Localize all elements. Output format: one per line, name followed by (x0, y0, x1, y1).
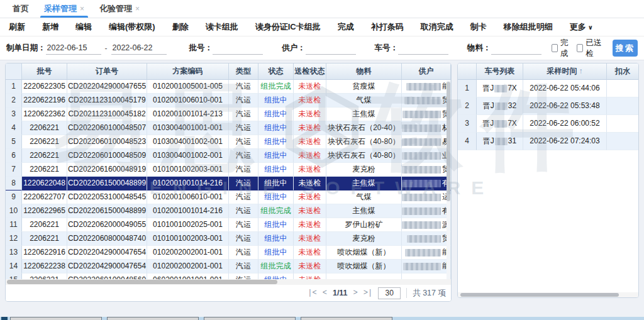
taskbar-window-button[interactable] (10, 317, 102, 320)
prev-page-button[interactable]: < (323, 289, 327, 297)
table-row[interactable]: 52206221CD20220601000485230103004001002-… (6, 135, 451, 149)
toolbar-button[interactable]: 读身份证IC卡组批 (255, 21, 321, 33)
inspected-checkbox[interactable]: 已送检 (577, 38, 603, 59)
toolbar-button[interactable]: 移除组批明细 (504, 21, 553, 33)
cell-material: 主焦煤 (326, 108, 402, 121)
cell-status: 组批中 (258, 163, 294, 177)
tab-active[interactable]: 采样管理× (36, 0, 92, 18)
toolbar-button[interactable]: 补打条码 (371, 21, 404, 33)
taskbar-window-button[interactable] (107, 317, 199, 320)
page-size-input[interactable] (378, 287, 401, 299)
toolbar-button[interactable]: 刷新 (9, 21, 25, 33)
filter-material: 物料： (467, 42, 541, 55)
toolbar-button-label: 更多 (570, 21, 586, 33)
column-header[interactable]: 类型 (229, 63, 258, 79)
cell-material: 主焦煤 (326, 177, 402, 190)
cell-material: 块状石灰石（40-80） (326, 135, 402, 149)
column-header[interactable]: 物料 (326, 63, 402, 79)
table-row[interactable]: 92220622707CD202205310004854501020010060… (6, 190, 451, 204)
column-header[interactable]: 送检状态 (294, 63, 326, 79)
horizontal-scrollbar-thumb[interactable] (7, 280, 277, 284)
censored-supplier-name (406, 83, 441, 91)
cell-type: 汽运 (229, 232, 258, 246)
cell-inspect-status: 未送检 (294, 108, 326, 121)
cell-material: 罗伊山粉矿 (326, 218, 402, 232)
cell-inspect-status: 未送检 (294, 80, 326, 94)
next-page-button[interactable]: > (353, 289, 358, 297)
table-row[interactable]: 152206221CD20220601000485600602001001001… (6, 273, 451, 279)
tab-item[interactable]: 首页 (5, 0, 36, 18)
table-row[interactable]: 12220622305CD202204290004765501020010050… (6, 80, 451, 94)
toolbar-button[interactable]: 编辑 (75, 21, 92, 33)
header-deduct[interactable]: 扣水 (607, 63, 638, 79)
taskbar-strip (0, 317, 644, 320)
table-row[interactable]: 101220622965CD20220615000488990102001001… (6, 204, 451, 218)
complete-checkbox-label: 完成 (560, 38, 572, 59)
vehicle-input[interactable] (398, 42, 448, 55)
table-row[interactable]: 72206221CD20220616000489190101001002003-… (6, 163, 451, 177)
cell-batch: 1220622965 (22, 204, 67, 218)
cell-type: 汽运 (229, 80, 258, 94)
table-row[interactable]: 62206221CD20220601000485090103004001002-… (6, 149, 451, 163)
toolbar-button[interactable]: 更多∨ (570, 21, 593, 33)
table-row[interactable]: 131220622916CD20220429000476540102002002… (6, 246, 451, 260)
toolbar-button[interactable]: 编辑(带权限) (109, 21, 155, 33)
taskbar-window-button[interactable] (204, 317, 296, 320)
horizontal-scrollbar[interactable] (6, 279, 451, 285)
header-plate[interactable]: 车号列表 (477, 63, 523, 79)
material-input[interactable] (491, 42, 541, 55)
table-row[interactable]: 31220622362CD202112310004518201020010010… (6, 108, 451, 121)
complete-checkbox[interactable]: 完成 (552, 38, 572, 59)
vehicle-row[interactable]: 3晋J7X2022-06-22 06:00:52 (458, 115, 638, 133)
date-to-input[interactable] (111, 42, 167, 55)
cell-material: 贫瘦煤 (326, 80, 402, 94)
vertical-scrollbar[interactable] (447, 80, 450, 279)
batch-input[interactable] (213, 42, 263, 55)
vehicle-row[interactable]: 2晋J322022-06-22 05:53:48 (458, 97, 638, 115)
cell-rownum: 3 (458, 115, 477, 133)
tab-close-icon[interactable]: × (80, 4, 84, 13)
toolbar-button[interactable]: 完成 (338, 21, 354, 33)
inspected-checkbox-box[interactable] (577, 44, 583, 52)
cell-batch: 2220622707 (22, 190, 67, 204)
vehicle-horizontal-scrollbar[interactable] (458, 292, 638, 297)
date-from-input[interactable] (46, 42, 101, 55)
cell-supplier: 贸 (402, 108, 451, 121)
first-page-button[interactable]: |< (308, 289, 316, 297)
toolbar-button[interactable]: 制卡 (470, 21, 487, 33)
table-row[interactable]: 141220622238CD20220429000476540102002002… (6, 260, 451, 273)
header-sampling-time[interactable]: 采样时间↑ (523, 63, 607, 79)
last-page-button[interactable]: >| (364, 289, 372, 297)
table-row[interactable]: 42206221CD20220601000485070103004001001-… (6, 121, 451, 135)
cell-inspect-status: 未送检 (294, 218, 326, 232)
column-header[interactable]: 批号 (22, 63, 67, 79)
column-header[interactable]: 供户 (402, 63, 451, 79)
table-row[interactable]: 122206221CD20220608000487400101001002003… (6, 232, 451, 246)
vehicle-horizontal-scrollbar-thumb[interactable] (460, 293, 619, 297)
column-header[interactable]: 状态 (258, 63, 294, 79)
table-row[interactable]: 81220622048CD202206150004889901020010010… (6, 177, 451, 190)
cell-rownum: 15 (6, 273, 22, 279)
toolbar-button[interactable]: 新增 (42, 21, 58, 33)
column-header[interactable]: 方案编码 (147, 63, 229, 79)
toolbar-button[interactable]: 读卡组批 (206, 21, 238, 33)
vertical-scrollbar-thumb[interactable] (447, 82, 450, 201)
tab-close-icon[interactable]: × (135, 4, 140, 13)
column-header[interactable]: 订单号 (67, 63, 147, 79)
toolbar-button[interactable]: 删除 (172, 21, 189, 33)
supplier-input[interactable] (306, 42, 356, 55)
censored-plate-middle (494, 120, 507, 128)
vehicle-row[interactable]: 4晋J312022-06-22 07:24:03 (458, 133, 638, 150)
sort-ascending-icon: ↑ (579, 67, 583, 75)
tab-item[interactable]: 化验管理× (92, 0, 147, 18)
cell-supplier: 有 (402, 204, 451, 218)
complete-checkbox-box[interactable] (552, 44, 558, 52)
inspected-checkbox-label: 已送检 (586, 38, 603, 59)
table-row[interactable]: 22220622196CD202112310004517901020010060… (6, 94, 451, 108)
search-button[interactable]: 搜索 (613, 40, 638, 57)
table-row[interactable]: 112206221CD20220620000490550101001002025… (6, 218, 451, 232)
toolbar-button[interactable]: 取消完成 (421, 21, 453, 33)
vehicle-row[interactable]: 1晋J7X2022-06-22 05:44:06 (458, 80, 638, 97)
taskbar-start-icon (1, 317, 8, 320)
taskbar-window-button[interactable] (301, 317, 392, 320)
